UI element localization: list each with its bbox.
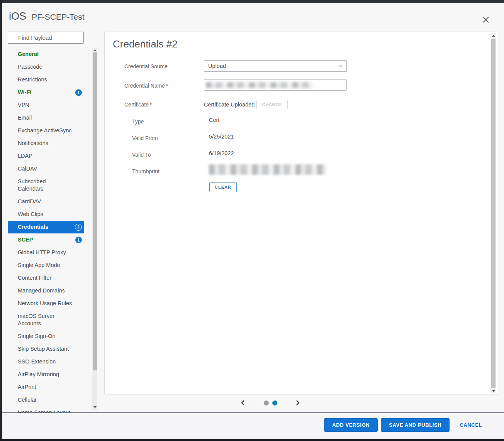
detail-label: Valid To <box>132 152 151 158</box>
sidebar-item-skip-setup-assistant[interactable]: Skip Setup Assistant <box>8 343 84 355</box>
required-asterisk: * <box>166 83 168 89</box>
sidebar-scrollbar-thumb[interactable] <box>93 52 97 370</box>
detail-value: Cert <box>209 117 219 123</box>
cancel-button[interactable]: CANCEL <box>456 418 486 432</box>
sidebar-item-label: AirPrint <box>18 384 36 390</box>
sidebar-item-label: Cellular <box>18 397 37 403</box>
sidebar-item-email[interactable]: Email <box>8 112 84 124</box>
sidebar-item-label: macOS Server Accounts <box>18 313 54 326</box>
profile-editor-modal: { "colors": { "accent_blue": "#1173d4", … <box>0 0 504 441</box>
modal-titlebar: iOS PF-SCEP-Test <box>9 10 85 22</box>
sidebar-item-label: Web Clips <box>18 211 43 217</box>
change-certificate-button[interactable]: CHANGE <box>256 100 287 109</box>
credential-source-label: Credential Source <box>124 63 168 69</box>
credential-source-select[interactable]: Upload <box>204 60 347 72</box>
sidebar-item-label: SSO Extension <box>18 358 56 365</box>
sidebar-item-label: Content Filter <box>18 275 51 281</box>
certificate-status-row: Certificate Uploaded CHANGE <box>204 100 288 109</box>
panel-scrollbar[interactable] <box>490 33 496 394</box>
sidebar-item-label: SCEP <box>18 237 33 243</box>
sidebar-item-airplay-mirroring[interactable]: AirPlay Mirroring <box>8 368 84 381</box>
scroll-down-icon[interactable] <box>492 390 495 392</box>
chevron-right-icon <box>295 400 300 406</box>
detail-value: 5/25/2021 <box>209 133 234 140</box>
sidebar-item-carddav[interactable]: CardDAV <box>8 195 84 208</box>
sidebar-item-ldap[interactable]: LDAP <box>8 150 84 162</box>
sidebar-item-subscribed-calendars[interactable]: Subscribed Calendars <box>8 175 84 195</box>
sidebar-item-vpn[interactable]: VPN <box>8 99 84 112</box>
sidebar-item-cellular[interactable]: Cellular <box>8 394 84 406</box>
close-button[interactable] <box>480 14 492 25</box>
payload-heading: Credentials #2 <box>113 38 178 50</box>
sidebar-item-label: Network Usage Rules <box>18 300 72 306</box>
previous-payload-button[interactable] <box>239 399 246 407</box>
sidebar-item-airprint[interactable]: AirPrint <box>8 381 84 394</box>
scroll-down-icon[interactable] <box>93 406 97 408</box>
sidebar-item-single-sign-on[interactable]: Single Sign-On <box>8 330 84 343</box>
sidebar-item-label: Passcode <box>18 64 42 70</box>
certificate-label: Certificate* <box>124 101 152 108</box>
sidebar-scrollbar[interactable] <box>92 48 97 410</box>
sidebar-item-label: Email <box>18 115 32 121</box>
detail-label: Thumbprint <box>132 168 160 174</box>
save-and-publish-button[interactable]: SAVE AND PUBLISH <box>381 418 450 432</box>
detail-value: 6/19/2022 <box>209 150 234 156</box>
detail-label: Valid From <box>132 135 158 141</box>
sidebar-item-content-filter[interactable]: Content Filter <box>8 272 84 284</box>
sidebar-item-general[interactable]: General <box>8 48 84 61</box>
panel-scrollbar-thumb[interactable] <box>491 39 496 388</box>
window-frame-left <box>0 0 2 441</box>
credential-name-label: Credential Name* <box>124 83 168 89</box>
payload-pagination <box>239 398 301 407</box>
sidebar-item-label: LDAP <box>18 153 32 159</box>
sidebar-item-restrictions[interactable]: Restrictions <box>8 73 84 86</box>
next-payload-button[interactable] <box>295 399 301 407</box>
sidebar-item-global-http-proxy[interactable]: Global HTTP Proxy <box>8 246 84 259</box>
scroll-up-icon[interactable] <box>492 35 495 37</box>
clear-certificate-button[interactable]: CLEAR <box>209 182 237 192</box>
credential-source-value: Upload <box>208 63 226 69</box>
sidebar-item-label: Wi-Fi <box>18 89 31 95</box>
payload-count-badge: 1 <box>75 89 82 96</box>
sidebar-item-label: CalDAV <box>18 166 37 172</box>
redacted-value <box>209 164 326 175</box>
sidebar-item-scep[interactable]: SCEP1 <box>8 233 84 246</box>
sidebar-item-managed-domains[interactable]: Managed Domains <box>8 284 84 297</box>
sidebar-item-credentials[interactable]: Credentials2 <box>8 221 84 233</box>
sidebar-item-single-app-mode[interactable]: Single App Mode <box>8 259 84 272</box>
certificate-label-text: Certificate <box>124 101 149 108</box>
page-dot-1[interactable] <box>264 400 269 406</box>
credential-source-label-text: Credential Source <box>124 63 168 69</box>
chevron-left-icon <box>240 400 245 406</box>
chevron-down-icon <box>338 65 343 68</box>
redacted-credential-name <box>206 82 313 88</box>
sidebar-item-web-clips[interactable]: Web Clips <box>8 208 84 221</box>
sidebar-item-passcode[interactable]: Passcode <box>8 61 84 73</box>
add-version-button[interactable]: ADD VERSION <box>324 418 378 432</box>
certificate-status: Certificate Uploaded <box>204 101 255 108</box>
find-payload-wrap <box>8 32 84 44</box>
sidebar-item-label: Restrictions <box>18 76 47 83</box>
sidebar-item-caldav[interactable]: CalDAV <box>8 162 84 175</box>
sidebar-item-label: Exchange ActiveSync <box>18 127 71 133</box>
sidebar-item-macos-server-accounts[interactable]: macOS Server Accounts <box>8 310 84 330</box>
credential-name-label-text: Credential Name <box>124 83 165 89</box>
sidebar-item-label: Notifications <box>18 140 48 146</box>
detail-row-valid-from: Valid From5/25/2021 <box>105 133 375 149</box>
detail-label: Type <box>132 118 144 125</box>
sidebar-item-wi-fi[interactable]: Wi-Fi1 <box>8 86 84 99</box>
sidebar-item-label: Global HTTP Proxy <box>18 249 66 255</box>
scroll-up-icon[interactable] <box>93 49 97 51</box>
sidebar-item-sso-extension[interactable]: SSO Extension <box>8 355 84 368</box>
sidebar-item-notifications[interactable]: Notifications <box>8 137 84 150</box>
find-payload-input[interactable] <box>8 32 84 44</box>
payload-count-badge: 1 <box>75 237 82 243</box>
detail-row-type: TypeCert <box>105 116 375 133</box>
payload-list: GeneralPasscodeRestrictionsWi-Fi1VPNEmai… <box>8 48 84 419</box>
sidebar-item-exchange-activesync[interactable]: Exchange ActiveSync <box>8 124 84 137</box>
sidebar-item-network-usage-rules[interactable]: Network Usage Rules <box>8 297 84 310</box>
sidebar-item-label: VPN <box>18 102 29 108</box>
credential-name-input[interactable] <box>204 79 347 91</box>
page-dot-2[interactable] <box>272 400 277 406</box>
detail-row-valid-to: Valid To6/19/2022 <box>105 149 375 166</box>
